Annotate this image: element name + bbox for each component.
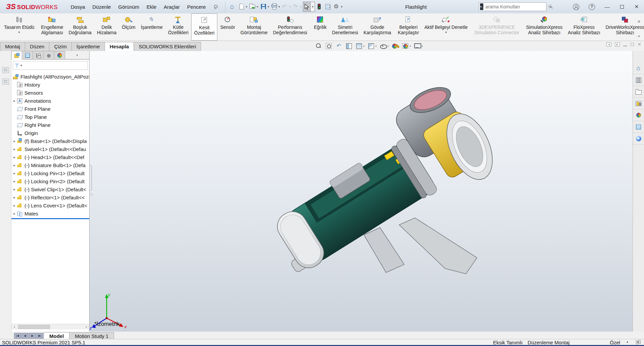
- ribbon-interference-detection[interactable]: ✷ EngellemeAlgılaması: [38, 13, 66, 41]
- panel-tabs-expand[interactable]: ›: [65, 51, 89, 59]
- tree-item-locking-pin-2[interactable]: ▸(-) Locking Pin<2> (Default: [11, 177, 89, 185]
- select-tool-button[interactable]: [303, 2, 311, 12]
- tree-item-locking-pin-1[interactable]: ▸(-) Locking Pin<1> (Default: [11, 169, 89, 177]
- ribbon-markup[interactable]: ✎ İşaretleme: [138, 13, 165, 41]
- new-document-button[interactable]: ▾: [237, 2, 249, 12]
- ribbon-measure[interactable]: Ölçüm: [119, 13, 138, 41]
- tree-item-lens-cover[interactable]: ▸(-) Lens Cover<1> (Default<: [11, 201, 89, 209]
- ribbon-clearance-verification[interactable]: BoşlukDoğrulama: [66, 13, 94, 41]
- ribbon-assembly-visualization[interactable]: MontajGörüntüleme: [238, 13, 270, 41]
- ribbon-compare-documents[interactable]: ? BelgeleriKarşılaştır: [395, 13, 422, 41]
- left-strip-icon-2[interactable]: [2, 79, 9, 85]
- previous-view-button[interactable]: ↶: [334, 42, 344, 50]
- menu-ekle[interactable]: Ekle: [143, 3, 160, 11]
- expand-arrow[interactable]: ▸: [12, 171, 17, 176]
- tree-item-swivel-clip[interactable]: ▸(-) Swivel Clip<1> (Default<: [11, 185, 89, 193]
- tree-item-mates[interactable]: ▸Mates: [11, 209, 89, 217]
- zoom-area-button[interactable]: [324, 42, 334, 50]
- tab-cizim[interactable]: Çizim: [49, 42, 72, 51]
- ribbon-compare-bodies[interactable]: ? GövdeKarşılaştırma: [361, 13, 394, 41]
- taskpane-view-palette-button[interactable]: [633, 98, 644, 109]
- next-study-button[interactable]: ▶: [29, 333, 36, 339]
- last-study-button[interactable]: ▶|: [36, 333, 43, 339]
- expand-arrow[interactable]: ▸: [12, 99, 17, 103]
- ribbon-section-properties[interactable]: ↗ KesitÖzellikleri: [191, 13, 218, 41]
- ribbon-mass-properties[interactable]: KütleÖzellikleri: [165, 13, 191, 41]
- previous-study-button[interactable]: ◀: [21, 333, 29, 339]
- first-study-button[interactable]: |◀: [14, 333, 21, 339]
- graphics-viewport[interactable]: x y z *İzometrik: [90, 51, 633, 332]
- section-view-button[interactable]: [344, 42, 354, 50]
- expand-arrow[interactable]: ▸: [12, 211, 17, 216]
- print-button[interactable]: ▾: [270, 2, 281, 12]
- tree-item-head[interactable]: ▸(-) Head<1> (Default<<Def: [11, 153, 89, 161]
- configuration-manager-tab[interactable]: [33, 51, 44, 60]
- ribbon-check-active-document[interactable]: ✔✱ Aktif Belgeyi Denetle▾: [422, 13, 470, 41]
- hide-show-items-button[interactable]: ▾: [378, 42, 390, 50]
- display-style-button[interactable]: ▾: [366, 42, 378, 50]
- help-icon[interactable]: ?: [589, 4, 595, 10]
- ribbon-3dexperience-simulation[interactable]: 3DEXPERIENCESimulation Connector: [472, 13, 522, 41]
- ribbon-collapse-chevron[interactable]: ^: [638, 35, 640, 38]
- units-selector[interactable]: Özel: [610, 340, 620, 345]
- tree-item-base[interactable]: ▸(f) Base<1> (Default<Displa: [11, 137, 89, 145]
- feature-manager-tab[interactable]: [11, 51, 22, 60]
- taskpane-file-explorer-button[interactable]: [633, 86, 644, 98]
- ribbon-floxpress[interactable]: ≋ FloXpressAnaliz Sihirbazı: [565, 13, 603, 41]
- tree-item-reflector[interactable]: ▸(-) Reflector<1> (Default<<: [11, 193, 89, 201]
- ribbon-curvature[interactable]: Eğrilik: [311, 13, 329, 41]
- rebuild-button[interactable]: [315, 2, 324, 12]
- ribbon-sensor[interactable]: Sensör: [217, 13, 237, 41]
- tree-item-sensors[interactable]: Sensors: [11, 89, 89, 97]
- close-button[interactable]: ✕: [629, 0, 644, 13]
- expand-arrow[interactable]: ▸: [12, 155, 17, 159]
- menu-dosya[interactable]: Dosya: [67, 3, 89, 11]
- edit-appearance-button[interactable]: [390, 42, 400, 50]
- tree-item-annotations[interactable]: ▸Annotations: [11, 97, 89, 105]
- menu-duzenle[interactable]: Düzenle: [89, 3, 115, 11]
- save-button[interactable]: ▾: [259, 2, 270, 12]
- tree-item-miniature-bulb[interactable]: ▸(-) Miniature Bulb<1> (Defa: [11, 161, 89, 169]
- ribbon-performance-evaluation[interactable]: PerformansDeğerlendirmesi: [270, 13, 310, 41]
- stand-leg[interactable]: [364, 228, 404, 273]
- panel-splitter-dot[interactable]: [90, 193, 93, 196]
- zoom-fit-button[interactable]: [314, 42, 324, 50]
- tree-filter[interactable]: ▾: [13, 61, 88, 70]
- restore-button[interactable]: [614, 0, 629, 13]
- model-tab[interactable]: Model: [44, 332, 69, 339]
- ribbon-hole-alignment[interactable]: DelikHizalama: [94, 13, 119, 41]
- rollback-bar[interactable]: [11, 218, 89, 219]
- base-body-part[interactable]: [270, 135, 438, 274]
- tab-hesapla[interactable]: Hesapla: [105, 42, 134, 51]
- scrollbar-track[interactable]: [17, 324, 83, 330]
- expand-arrow[interactable]: ▸: [12, 203, 17, 208]
- motion-study-tab[interactable]: Motion Study 1: [69, 332, 114, 339]
- view-settings-button[interactable]: ▾: [412, 42, 424, 50]
- expand-arrow[interactable]: ▸: [12, 139, 17, 143]
- minimize-button[interactable]: —: [600, 0, 614, 13]
- tag-icon[interactable]: [636, 340, 641, 344]
- doc-restore-icon[interactable]: [631, 43, 634, 46]
- ribbon-design-study[interactable]: Tasarım Etüdü▾: [1, 13, 37, 41]
- view-orientation-button[interactable]: ▾: [354, 42, 366, 50]
- dimxpert-manager-tab[interactable]: ⊕: [44, 51, 54, 60]
- tab-solidworks-eklentileri[interactable]: SOLIDWORKS Eklentileri: [133, 42, 201, 51]
- taskpane-home-button[interactable]: ⌂: [633, 62, 644, 74]
- stand-leg[interactable]: [399, 218, 477, 274]
- tree-item-right-plane[interactable]: Right Plane: [11, 121, 89, 129]
- menu-araclar[interactable]: Araçlar: [160, 3, 183, 11]
- collapse-panel-right-icon[interactable]: [615, 42, 620, 47]
- doc-close-icon[interactable]: ✕: [637, 42, 641, 47]
- tab-isaretleme[interactable]: İşaretleme: [71, 42, 105, 51]
- taskpane-design-library-button[interactable]: [633, 74, 644, 86]
- collapse-panel-left-icon[interactable]: [606, 42, 611, 47]
- options-list-button[interactable]: [324, 2, 332, 12]
- left-strip-icon-1[interactable]: [2, 67, 9, 73]
- expand-arrow[interactable]: ▸: [12, 179, 17, 184]
- expand-arrow[interactable]: ▸: [12, 163, 17, 167]
- units-caret-icon[interactable]: ▴: [627, 340, 628, 343]
- ribbon-symmetry-check[interactable]: SimetriDenetlemesi: [329, 13, 361, 41]
- select-tool-dropdown[interactable]: ▾: [311, 2, 315, 12]
- ribbon-simulationxpress[interactable]: SimulationXpressAnaliz Sihirbazı: [523, 13, 565, 41]
- tab-montaj[interactable]: Montaj: [0, 42, 25, 51]
